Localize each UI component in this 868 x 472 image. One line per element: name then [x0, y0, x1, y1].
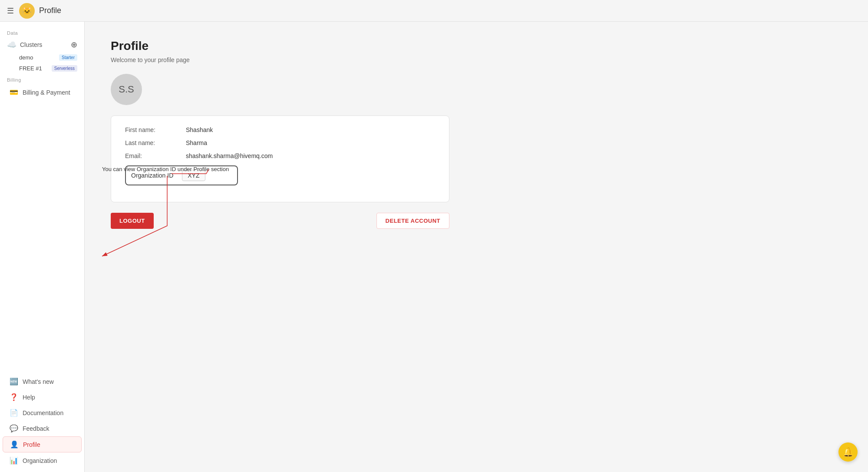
feedback-icon: 💬	[10, 424, 18, 432]
help-label: Help	[23, 394, 35, 401]
whats-new-label: What's new	[23, 378, 54, 385]
cluster-name-free: FREE #1	[19, 65, 42, 72]
add-cluster-icon[interactable]: ⊕	[71, 40, 77, 50]
cluster-badge-free: Serverless	[52, 65, 77, 72]
header-avatar-emoji: 🐱	[22, 6, 32, 16]
whats-new-icon: 🆕	[10, 377, 18, 386]
profile-icon: 👤	[10, 440, 19, 449]
layout: Data ☁️ Clusters ⊕ demo Starter FREE #1 …	[0, 22, 868, 472]
hamburger-icon[interactable]: ☰	[7, 6, 14, 16]
field-label-lastname: Last name:	[125, 139, 186, 146]
main-content: Profile Welcome to your profile page S.S…	[85, 22, 868, 472]
sidebar-item-help[interactable]: ❓ Help	[3, 389, 82, 405]
page-title: Profile	[111, 39, 842, 53]
cluster-name-demo: demo	[19, 54, 33, 61]
sidebar-bottom: 🆕 What's new ❓ Help 📄 Documentation 💬 Fe…	[0, 373, 84, 472]
floating-help-button[interactable]: 🔔	[838, 442, 858, 462]
cloud-icon: ☁️	[7, 40, 17, 50]
documentation-icon: 📄	[10, 409, 18, 417]
delete-account-button[interactable]: DELETE ACCOUNT	[376, 213, 449, 229]
field-lastname: Last name: Sharma	[125, 139, 435, 146]
organization-label: Organization	[23, 457, 57, 464]
profile-card: First name: Shashank Last name: Sharma E…	[111, 116, 449, 202]
billing-section-label: Billing	[0, 74, 84, 84]
clusters-label: Clusters	[20, 41, 67, 48]
sidebar-item-profile[interactable]: 👤 Profile	[3, 436, 82, 452]
org-id-label: Organization ID	[131, 172, 173, 179]
org-id-row: Organization ID XYZ	[125, 165, 238, 185]
billing-icon: 💳	[10, 88, 18, 96]
org-id-value: XYZ	[182, 170, 205, 181]
cluster-item-free[interactable]: FREE #1 Serverless	[0, 63, 84, 74]
floating-help-icon: 🔔	[843, 447, 854, 457]
sidebar-item-billing[interactable]: 💳 Billing & Payment	[3, 85, 82, 100]
field-label-email: Email:	[125, 152, 186, 159]
cluster-badge-demo: Starter	[59, 54, 77, 61]
sidebar-item-documentation[interactable]: 📄 Documentation	[3, 405, 82, 420]
data-section-label: Data	[0, 27, 84, 37]
organization-icon: 📊	[10, 456, 18, 465]
clusters-header: ☁️ Clusters ⊕	[0, 37, 84, 52]
cluster-item-demo[interactable]: demo Starter	[0, 52, 84, 63]
header-title: Profile	[39, 6, 61, 15]
page-subtitle: Welcome to your profile page	[111, 56, 842, 63]
profile-label: Profile	[23, 441, 40, 448]
feedback-label: Feedback	[23, 425, 49, 432]
action-buttons: LOGOUT DELETE ACCOUNT	[111, 213, 449, 229]
field-label-firstname: First name:	[125, 126, 186, 133]
field-value-firstname: Shashank	[186, 126, 213, 133]
sidebar-item-whats-new[interactable]: 🆕 What's new	[3, 374, 82, 389]
profile-avatar: S.S	[111, 74, 142, 105]
logout-button[interactable]: LOGOUT	[111, 213, 154, 229]
header-avatar: 🐱	[19, 3, 35, 19]
field-value-email: shashank.sharma@hivemq.com	[186, 152, 273, 159]
help-icon: ❓	[10, 393, 18, 401]
billing-label: Billing & Payment	[23, 89, 70, 96]
field-email: Email: shashank.sharma@hivemq.com	[125, 152, 435, 159]
sidebar-item-feedback[interactable]: 💬 Feedback	[3, 421, 82, 436]
sidebar-item-organization[interactable]: 📊 Organization	[3, 453, 82, 468]
field-firstname: First name: Shashank	[125, 126, 435, 133]
sidebar: Data ☁️ Clusters ⊕ demo Starter FREE #1 …	[0, 22, 85, 472]
top-header: ☰ 🐱 Profile	[0, 0, 868, 22]
documentation-label: Documentation	[23, 409, 63, 416]
field-value-lastname: Sharma	[186, 139, 207, 146]
